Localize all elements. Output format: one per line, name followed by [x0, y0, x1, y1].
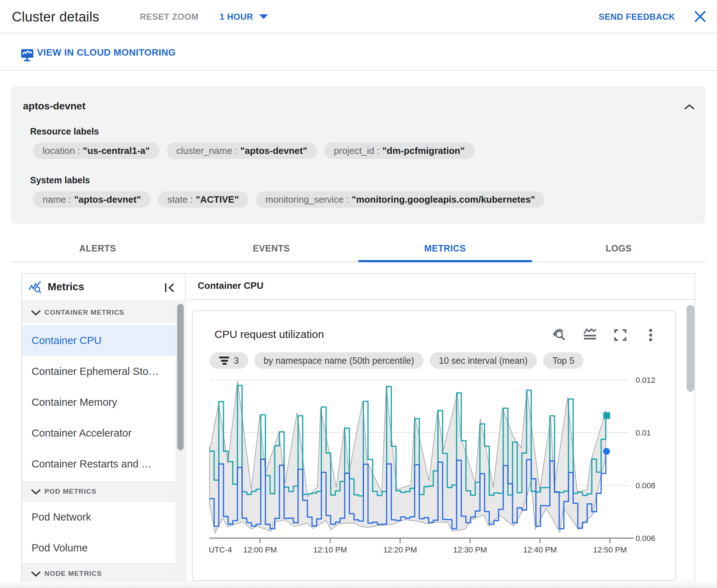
svg-text:0.012: 0.012 [636, 376, 655, 385]
svg-text:12:20 PM: 12:20 PM [383, 545, 417, 554]
svg-text:12:00 PM: 12:00 PM [243, 545, 277, 554]
svg-text:UTC-4: UTC-4 [209, 545, 232, 554]
svg-text:12:40 PM: 12:40 PM [523, 545, 557, 554]
svg-text:12:50 PM: 12:50 PM [593, 545, 627, 554]
svg-text:0.01: 0.01 [636, 428, 651, 437]
svg-text:0.008: 0.008 [636, 481, 655, 490]
svg-text:12:10 PM: 12:10 PM [313, 545, 347, 554]
svg-text:0.006: 0.006 [636, 534, 655, 543]
svg-text:12:30 PM: 12:30 PM [453, 545, 487, 554]
